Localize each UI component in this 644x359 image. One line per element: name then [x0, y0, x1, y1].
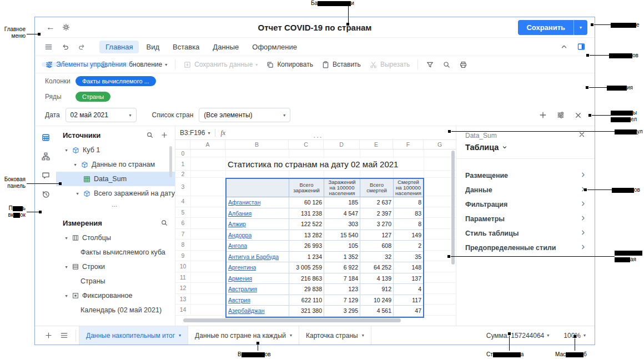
back-button[interactable]: ←: [43, 19, 58, 35]
add-filter-button[interactable]: [539, 111, 547, 119]
country-link[interactable]: Армения: [227, 275, 252, 282]
filter-settings-button[interactable]: [556, 111, 565, 119]
settings-gear-button[interactable]: [58, 19, 74, 35]
sheet-tab-1[interactable]: Данные накопительным итог▾: [79, 326, 188, 345]
row-header[interactable]: 7: [175, 229, 190, 240]
country-link[interactable]: Андорра: [227, 232, 251, 238]
cell[interactable]: 303: [324, 219, 360, 230]
cell[interactable]: 2 637: [360, 197, 394, 208]
comments-panel-button[interactable]: [41, 171, 51, 180]
redo-button[interactable]: [74, 39, 89, 54]
menu-tab-data[interactable]: Данные: [207, 41, 245, 53]
table-header-cell[interactable]: Смертей на 100000 населения: [394, 179, 423, 197]
cell[interactable]: 10 249: [360, 295, 394, 306]
tree-item-measure[interactable]: ▾ Всего заражений на дату: [56, 186, 175, 201]
cell[interactable]: 60 126: [289, 197, 324, 208]
col-header-a[interactable]: A: [190, 140, 225, 149]
cell[interactable]: 83: [394, 208, 423, 220]
row-header[interactable]: 11: [175, 272, 190, 283]
sources-search-button[interactable]: [146, 131, 154, 139]
cell[interactable]: 64 252: [360, 262, 394, 273]
save-dropdown-button[interactable]: ▾: [573, 20, 587, 35]
tree-item-fixed-child[interactable]: Календарь (02 май 2021): [56, 303, 175, 317]
cell[interactable]: 4 139: [360, 273, 394, 285]
cell[interactable]: 29 838: [289, 284, 324, 295]
country-link[interactable]: Азербайджан: [227, 307, 265, 314]
inspector-item-table-style[interactable]: Стиль таблицы: [456, 226, 595, 241]
row-header[interactable]: 0: [175, 149, 190, 157]
undo-button[interactable]: [57, 39, 73, 54]
col-header-g[interactable]: G: [424, 140, 456, 149]
cell[interactable]: 15 540: [324, 230, 360, 241]
col-header-e[interactable]: E: [360, 140, 393, 149]
rows-chip[interactable]: Страны: [76, 92, 110, 102]
inspector-item-data[interactable]: Данные: [456, 183, 595, 197]
sheet-list-button[interactable]: [57, 329, 71, 342]
inspector-title[interactable]: Таблица: [465, 143, 508, 152]
sources-more[interactable]: ...: [56, 201, 175, 210]
inspector-item-placement[interactable]: Размещение: [456, 168, 595, 183]
cell[interactable]: 3 270: [360, 219, 394, 230]
cell[interactable]: 912: [360, 284, 394, 295]
history-panel-button[interactable]: [41, 190, 51, 199]
fx-button[interactable]: fx: [220, 129, 225, 137]
row-header[interactable]: 12: [175, 283, 190, 293]
cell[interactable]: 321 380: [289, 306, 324, 317]
twisty-icon[interactable]: ▾: [64, 236, 69, 241]
col-header-f[interactable]: F: [393, 140, 424, 149]
cell[interactable]: 2 397: [360, 208, 394, 220]
sources-panel-button[interactable]: [41, 133, 51, 142]
structure-panel-button[interactable]: [41, 152, 51, 161]
row-header[interactable]: 13: [175, 294, 190, 305]
cell[interactable]: 47: [394, 306, 423, 317]
menu-tab-format[interactable]: Оформление: [246, 41, 303, 53]
corner-cell[interactable]: [175, 140, 190, 149]
filter-button[interactable]: [422, 58, 437, 71]
copy-button[interactable]: Копировать: [263, 58, 316, 71]
country-link[interactable]: Алжир: [227, 221, 246, 227]
cell[interactable]: 8: [394, 197, 423, 208]
cell[interactable]: 127: [360, 230, 394, 241]
cell[interactable]: 4 561: [360, 306, 394, 317]
status-aggregate[interactable]: Сумма: 157244064▾: [486, 332, 549, 340]
cell[interactable]: 122 522: [289, 219, 324, 230]
row-header[interactable]: 8: [175, 240, 190, 250]
tree-item-fixed[interactable]: ▾ Фиксированное: [56, 288, 175, 303]
table-header-cell[interactable]: [227, 179, 289, 197]
save-button[interactable]: Сохранить: [518, 20, 573, 35]
horizontal-scrollbar[interactable]: [183, 318, 401, 322]
country-link[interactable]: Австрия: [227, 297, 250, 303]
sheet-tab-3[interactable]: Карточка страны▾: [299, 326, 371, 345]
table-header-cell[interactable]: Заражений на 100000 населения: [324, 179, 360, 197]
row-header[interactable]: 3: [175, 178, 190, 196]
tree-item-rows[interactable]: ▾ Строки: [56, 260, 175, 274]
print-button[interactable]: [456, 58, 471, 71]
inspector-item-predefined-styles[interactable]: Предопределенные стили: [456, 241, 595, 255]
row-header[interactable]: 9: [175, 251, 190, 261]
cell[interactable]: 131 238: [289, 208, 324, 220]
cell[interactable]: 1 352: [324, 252, 360, 263]
cell[interactable]: 216 863: [289, 273, 324, 285]
sources-scrollbar[interactable]: [169, 146, 172, 177]
twisty-icon[interactable]: ▾: [64, 265, 69, 270]
cell[interactable]: 26 993: [289, 241, 324, 252]
cell[interactable]: 3 005 259: [289, 262, 324, 273]
menu-tab-insert[interactable]: Вставка: [167, 41, 205, 53]
row-header[interactable]: 2: [175, 171, 190, 177]
country-link[interactable]: Антигуа и Барбуда: [227, 253, 279, 260]
row-header[interactable]: 10: [175, 261, 190, 272]
country-link[interactable]: Ангола: [227, 242, 247, 249]
inspector-close-button[interactable]: [578, 131, 586, 138]
tree-item-columns[interactable]: ▾ Столбцы: [56, 231, 175, 245]
sources-add-button[interactable]: [160, 131, 168, 139]
cell[interactable]: 3 295: [324, 306, 360, 317]
row-header[interactable]: 5: [175, 207, 190, 218]
tree-item-dataset[interactable]: ▾ Данные по странам: [56, 157, 175, 172]
cell[interactable]: 105: [324, 241, 360, 252]
add-sheet-button[interactable]: [42, 329, 55, 342]
menu-tab-main[interactable]: Главная: [99, 41, 139, 53]
search-button[interactable]: [439, 58, 454, 71]
col-header-c[interactable]: C: [289, 140, 324, 149]
inspector-item-filtering[interactable]: Фильтрация: [456, 197, 595, 212]
cell-reference[interactable]: B3:F196: [180, 129, 205, 137]
